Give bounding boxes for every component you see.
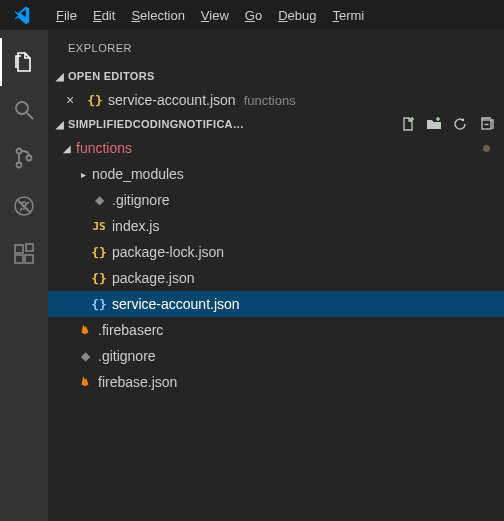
modified-indicator — [483, 145, 490, 152]
git-icon: ◆ — [90, 193, 108, 207]
activity-bar — [0, 30, 48, 521]
svg-rect-10 — [26, 244, 33, 251]
fire-icon — [76, 322, 94, 339]
svg-point-3 — [17, 163, 22, 168]
json-icon: {} — [90, 245, 108, 260]
menu-selection[interactable]: Selection — [123, 4, 192, 27]
folder-item[interactable]: ▸node_modules — [48, 161, 504, 187]
menubar: FileEditSelectionViewGoDebugTermi — [0, 0, 504, 30]
svg-line-1 — [27, 113, 33, 119]
file-item[interactable]: ▸{}service-account.json — [48, 291, 504, 317]
item-label: package-lock.json — [112, 244, 224, 260]
js-icon: JS — [90, 220, 108, 233]
file-item[interactable]: .firebaserc — [48, 317, 504, 343]
file-label: service-account.json — [108, 92, 236, 108]
git-icon: ◆ — [76, 349, 94, 363]
chevron-down-icon: ◢ — [52, 71, 68, 82]
item-label: firebase.json — [98, 374, 177, 390]
svg-point-6 — [22, 202, 26, 206]
json-icon: {} — [86, 93, 104, 108]
file-item[interactable]: ▸{}package-lock.json — [48, 239, 504, 265]
refresh-button[interactable] — [452, 116, 468, 132]
file-item[interactable]: ▸◆.gitignore — [48, 187, 504, 213]
folder-item[interactable]: ◢functions — [48, 135, 504, 161]
file-item[interactable]: firebase.json — [48, 369, 504, 395]
menu-terminal[interactable]: Termi — [324, 4, 372, 27]
item-label: node_modules — [92, 166, 184, 182]
item-label: .gitignore — [98, 348, 156, 364]
item-label: .gitignore — [112, 192, 170, 208]
activity-debug[interactable] — [0, 182, 48, 230]
file-item[interactable]: ▸JSindex.js — [48, 213, 504, 239]
activity-source-control[interactable] — [0, 134, 48, 182]
workspace-label: SIMPLIFIEDCODINGNOTIFICA… — [68, 118, 244, 130]
chevron-down-icon: ◢ — [52, 119, 68, 130]
open-editor-item[interactable]: ×{}service-account.jsonfunctions — [48, 87, 504, 113]
sidebar-title: EXPLORER — [48, 30, 504, 65]
collapse-all-button[interactable] — [478, 116, 494, 132]
new-file-button[interactable] — [400, 116, 416, 132]
file-desc: functions — [244, 93, 296, 108]
fire-icon — [76, 374, 94, 391]
workspace-header[interactable]: ◢ SIMPLIFIEDCODINGNOTIFICA… — [48, 113, 504, 135]
svg-point-2 — [17, 149, 22, 154]
open-editors-label: OPEN EDITORS — [68, 70, 155, 82]
svg-rect-9 — [25, 255, 33, 263]
explorer-sidebar: EXPLORER ◢ OPEN EDITORS ×{}service-accou… — [48, 30, 504, 521]
svg-rect-8 — [15, 255, 23, 263]
activity-explorer[interactable] — [0, 38, 48, 86]
svg-rect-7 — [15, 245, 23, 253]
item-label: index.js — [112, 218, 159, 234]
vscode-logo — [0, 5, 48, 25]
menu-debug[interactable]: Debug — [270, 4, 324, 27]
json-icon: {} — [90, 297, 108, 312]
file-item[interactable]: ▸{}package.json — [48, 265, 504, 291]
file-tree: ◢functions▸node_modules▸◆.gitignore▸JSin… — [48, 135, 504, 395]
open-editors-header[interactable]: ◢ OPEN EDITORS — [48, 65, 504, 87]
item-label: .firebaserc — [98, 322, 163, 338]
svg-point-0 — [16, 102, 28, 114]
menu-view[interactable]: View — [193, 4, 237, 27]
chevron-down-icon: ◢ — [60, 143, 74, 154]
item-label: functions — [76, 140, 132, 156]
new-folder-button[interactable] — [426, 116, 442, 132]
chevron-right-icon: ▸ — [76, 169, 90, 180]
menu-go[interactable]: Go — [237, 4, 270, 27]
json-icon: {} — [90, 271, 108, 286]
open-editors-list: ×{}service-account.jsonfunctions — [48, 87, 504, 113]
activity-extensions[interactable] — [0, 230, 48, 278]
menu-file[interactable]: File — [48, 4, 85, 27]
item-label: service-account.json — [112, 296, 240, 312]
close-icon[interactable]: × — [66, 92, 82, 108]
activity-search[interactable] — [0, 86, 48, 134]
svg-point-4 — [27, 156, 32, 161]
file-item[interactable]: ◆.gitignore — [48, 343, 504, 369]
item-label: package.json — [112, 270, 195, 286]
menu-edit[interactable]: Edit — [85, 4, 123, 27]
